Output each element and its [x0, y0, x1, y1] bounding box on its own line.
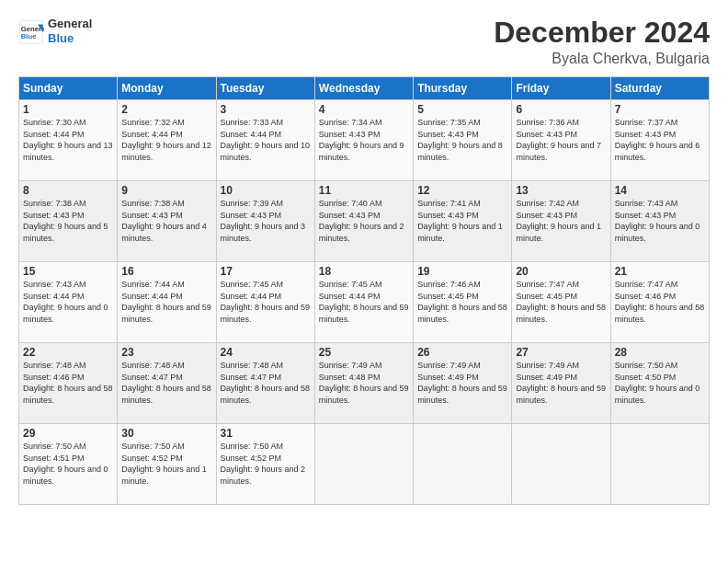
day-info: Sunrise: 7:37 AM Sunset: 4:43 PM Dayligh…: [615, 117, 705, 163]
table-row: [314, 424, 413, 505]
calendar: Sunday Monday Tuesday Wednesday Thursday…: [18, 76, 710, 505]
logo: General Blue General Blue: [18, 17, 92, 45]
day-number: 27: [516, 346, 606, 359]
sunset-label: Sunset: 4:44 PM: [121, 292, 183, 301]
sunrise-label: Sunrise: 7:39 AM: [221, 199, 284, 208]
sunrise-label: Sunrise: 7:45 AM: [221, 280, 284, 289]
day-number: 26: [417, 346, 507, 359]
table-row: 22 Sunrise: 7:48 AM Sunset: 4:46 PM Dayl…: [19, 343, 118, 424]
table-row: 17 Sunrise: 7:45 AM Sunset: 4:44 PM Dayl…: [216, 262, 314, 343]
day-info: Sunrise: 7:33 AM Sunset: 4:44 PM Dayligh…: [221, 117, 311, 163]
sunset-label: Sunset: 4:43 PM: [23, 211, 85, 220]
sunrise-label: Sunrise: 7:46 AM: [417, 280, 481, 289]
logo-line1: General: [48, 17, 92, 31]
table-row: 18 Sunrise: 7:45 AM Sunset: 4:44 PM Dayl…: [314, 262, 413, 343]
day-number: 31: [221, 427, 311, 440]
daylight-label: Daylight: 8 hours and 58 minutes.: [23, 384, 113, 405]
daylight-label: Daylight: 8 hours and 58 minutes.: [417, 303, 507, 324]
col-monday: Monday: [118, 77, 216, 100]
sunrise-label: Sunrise: 7:50 AM: [121, 442, 185, 451]
day-info: Sunrise: 7:43 AM Sunset: 4:43 PM Dayligh…: [615, 198, 705, 244]
table-row: 29 Sunrise: 7:50 AM Sunset: 4:51 PM Dayl…: [19, 424, 118, 505]
day-number: 16: [121, 265, 211, 278]
sunrise-label: Sunrise: 7:50 AM: [221, 442, 284, 451]
calendar-week-row: 8 Sunrise: 7:38 AM Sunset: 4:43 PM Dayli…: [19, 181, 710, 262]
calendar-week-row: 29 Sunrise: 7:50 AM Sunset: 4:51 PM Dayl…: [19, 424, 710, 505]
day-number: 5: [417, 103, 507, 116]
day-number: 15: [23, 265, 113, 278]
day-info: Sunrise: 7:50 AM Sunset: 4:51 PM Dayligh…: [23, 441, 113, 487]
daylight-label: Daylight: 9 hours and 1 minute.: [417, 222, 503, 243]
table-row: 19 Sunrise: 7:46 AM Sunset: 4:45 PM Dayl…: [414, 262, 512, 343]
day-info: Sunrise: 7:43 AM Sunset: 4:44 PM Dayligh…: [23, 279, 113, 325]
sunrise-label: Sunrise: 7:47 AM: [516, 280, 579, 289]
sunset-label: Sunset: 4:44 PM: [121, 130, 183, 139]
day-info: Sunrise: 7:50 AM Sunset: 4:52 PM Dayligh…: [121, 441, 211, 487]
day-number: 30: [121, 427, 211, 440]
day-info: Sunrise: 7:39 AM Sunset: 4:43 PM Dayligh…: [221, 198, 311, 244]
day-number: 1: [23, 103, 113, 116]
sunset-label: Sunset: 4:44 PM: [319, 292, 381, 301]
sunrise-label: Sunrise: 7:32 AM: [121, 118, 185, 127]
day-info: Sunrise: 7:30 AM Sunset: 4:44 PM Dayligh…: [23, 117, 113, 163]
day-number: 28: [615, 346, 705, 359]
header: General Blue General Blue December 2024 …: [18, 17, 710, 67]
sunset-label: Sunset: 4:52 PM: [221, 454, 282, 463]
logo-icon: General Blue: [18, 19, 44, 45]
sunrise-label: Sunrise: 7:35 AM: [417, 118, 481, 127]
daylight-label: Daylight: 9 hours and 1 minute.: [516, 222, 601, 243]
sunset-label: Sunset: 4:43 PM: [516, 211, 577, 220]
sunrise-label: Sunrise: 7:49 AM: [516, 361, 579, 370]
sunrise-label: Sunrise: 7:48 AM: [121, 361, 185, 370]
sunrise-label: Sunrise: 7:41 AM: [417, 199, 481, 208]
day-info: Sunrise: 7:46 AM Sunset: 4:45 PM Dayligh…: [417, 279, 507, 325]
table-row: 15 Sunrise: 7:43 AM Sunset: 4:44 PM Dayl…: [19, 262, 118, 343]
day-info: Sunrise: 7:38 AM Sunset: 4:43 PM Dayligh…: [23, 198, 113, 244]
sunrise-label: Sunrise: 7:38 AM: [121, 199, 185, 208]
day-number: 19: [417, 265, 507, 278]
sunset-label: Sunset: 4:47 PM: [221, 373, 282, 382]
sunset-label: Sunset: 4:51 PM: [23, 454, 85, 463]
table-row: 20 Sunrise: 7:47 AM Sunset: 4:45 PM Dayl…: [512, 262, 610, 343]
day-info: Sunrise: 7:50 AM Sunset: 4:52 PM Dayligh…: [221, 441, 311, 487]
sunset-label: Sunset: 4:43 PM: [417, 211, 479, 220]
location-title: Byala Cherkva, Bulgaria: [494, 51, 710, 67]
table-row: 31 Sunrise: 7:50 AM Sunset: 4:52 PM Dayl…: [216, 424, 314, 505]
day-number: 8: [23, 184, 113, 197]
table-row: 9 Sunrise: 7:38 AM Sunset: 4:43 PM Dayli…: [118, 181, 216, 262]
daylight-label: Daylight: 9 hours and 13 minutes.: [23, 141, 113, 162]
sunrise-label: Sunrise: 7:36 AM: [516, 118, 579, 127]
daylight-label: Daylight: 9 hours and 5 minutes.: [23, 222, 108, 243]
sunrise-label: Sunrise: 7:49 AM: [319, 361, 382, 370]
day-info: Sunrise: 7:35 AM Sunset: 4:43 PM Dayligh…: [417, 117, 507, 163]
sunrise-label: Sunrise: 7:49 AM: [417, 361, 481, 370]
table-row: 12 Sunrise: 7:41 AM Sunset: 4:43 PM Dayl…: [414, 181, 512, 262]
daylight-label: Daylight: 8 hours and 59 minutes.: [516, 384, 606, 405]
day-info: Sunrise: 7:49 AM Sunset: 4:49 PM Dayligh…: [417, 360, 507, 406]
day-info: Sunrise: 7:48 AM Sunset: 4:47 PM Dayligh…: [221, 360, 311, 406]
sunset-label: Sunset: 4:43 PM: [121, 211, 183, 220]
daylight-label: Daylight: 9 hours and 0 minutes.: [615, 384, 700, 405]
daylight-label: Daylight: 9 hours and 2 minutes.: [221, 465, 306, 486]
day-info: Sunrise: 7:49 AM Sunset: 4:49 PM Dayligh…: [516, 360, 606, 406]
day-info: Sunrise: 7:34 AM Sunset: 4:43 PM Dayligh…: [319, 117, 409, 163]
day-info: Sunrise: 7:47 AM Sunset: 4:46 PM Dayligh…: [615, 279, 705, 325]
day-info: Sunrise: 7:45 AM Sunset: 4:44 PM Dayligh…: [221, 279, 311, 325]
title-section: December 2024 Byala Cherkva, Bulgaria: [494, 17, 710, 67]
daylight-label: Daylight: 8 hours and 59 minutes.: [319, 384, 409, 405]
day-number: 23: [121, 346, 211, 359]
daylight-label: Daylight: 9 hours and 10 minutes.: [221, 141, 311, 162]
day-number: 6: [516, 103, 606, 116]
table-row: 11 Sunrise: 7:40 AM Sunset: 4:43 PM Dayl…: [314, 181, 413, 262]
day-number: 4: [319, 103, 409, 116]
sunrise-label: Sunrise: 7:45 AM: [319, 280, 382, 289]
sunset-label: Sunset: 4:43 PM: [615, 130, 677, 139]
table-row: 6 Sunrise: 7:36 AM Sunset: 4:43 PM Dayli…: [512, 100, 610, 181]
col-wednesday: Wednesday: [314, 77, 413, 100]
col-thursday: Thursday: [414, 77, 512, 100]
logo-line2: Blue: [48, 31, 92, 46]
day-info: Sunrise: 7:48 AM Sunset: 4:46 PM Dayligh…: [23, 360, 113, 406]
day-number: 24: [221, 346, 311, 359]
day-number: 13: [516, 184, 606, 197]
calendar-header-row: Sunday Monday Tuesday Wednesday Thursday…: [19, 77, 710, 100]
